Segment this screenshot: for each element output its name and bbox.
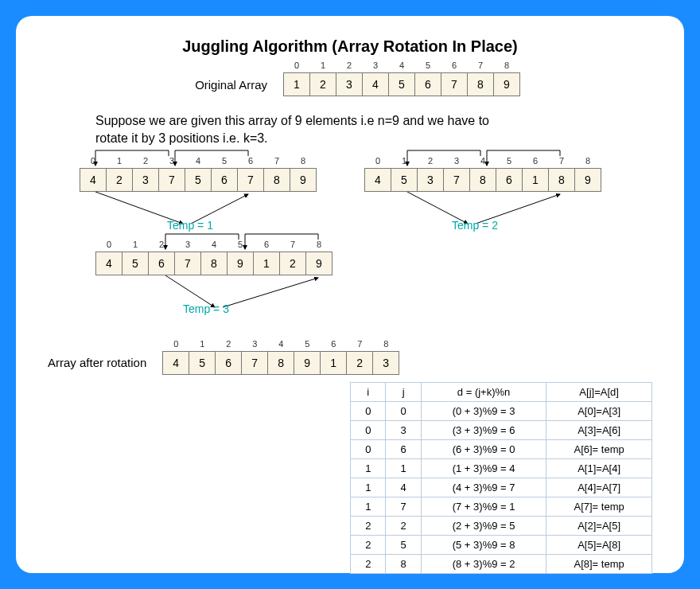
table-cell: 3 [386,421,421,440]
array-index: 2 [336,60,362,70]
table-cell: (1 + 3)%9 = 4 [421,459,546,478]
table-cell: A[0]=A[3] [546,402,652,421]
array-index: 6 [321,339,346,349]
table-row: 00(0 + 3)%9 = 3A[0]=A[3] [351,402,652,421]
array-cell: 32 [336,72,363,96]
array-index: 1 [310,60,336,70]
array-cell: 98 [574,168,601,192]
array-index: 2 [216,339,241,349]
table-row: 03(3 + 3)%9 = 6A[3]=A[6] [351,421,652,440]
array-index: 7 [347,339,372,349]
table-cell: (6 + 3)%9 = 0 [421,440,546,459]
array-cell: 73 [174,252,201,275]
table-row: 28(8 + 3)%9 = 2A[8]= temp [351,555,652,574]
array-cell: 16 [253,252,280,275]
array-index: 2 [418,156,443,166]
array-cell: 65 [211,168,238,192]
table-cell: A[7]= temp [546,497,652,517]
table-cell: 2 [351,517,386,536]
table-cell: (8 + 3)%9 = 2 [421,555,546,574]
table-cell: 0 [351,421,386,440]
table-cell: 8 [386,555,421,574]
table-cell: (4 + 3)%9 = 7 [421,478,546,497]
array-index: 8 [306,240,332,249]
array-index: 6 [254,240,279,249]
table-cell: A[5]=A[8] [546,536,652,555]
array-cell: 27 [279,252,306,275]
table-cell: 1 [386,459,421,478]
array-index: 4 [185,156,211,166]
array-index: 6 [238,156,263,166]
table-cell: 1 [351,497,386,517]
step-diagrams-row2: 405162738495162798 Temp = 3 Array after … [48,252,652,375]
array-cell: 62 [148,252,175,275]
array-index: 8 [575,156,601,166]
array-index: 2 [133,156,158,166]
table-cell: 4 [386,478,421,497]
table-cell: A[4]=A[7] [546,478,652,497]
array-index: 7 [264,156,290,166]
array-cell: 73 [158,168,185,192]
array-index: 4 [201,240,227,249]
array-index: 0 [163,339,189,349]
array-cell: 62 [215,351,242,375]
table-header-cell: j [386,383,421,402]
table-cell: 0 [351,440,386,459]
table-cell: A[2]=A[5] [546,517,652,536]
array-cell: 87 [548,168,575,192]
table-cell: (2 + 3)%9 = 5 [421,517,546,536]
description: Suppose we are given this array of 9 ele… [95,112,493,148]
table-row: 17(7 + 3)%9 = 1A[7]= temp [351,497,652,517]
table-cell: 6 [386,440,421,459]
array-index: 1 [107,156,132,166]
table-cell: (3 + 3)%9 = 6 [421,421,546,440]
array-cell: 65 [414,72,441,96]
temp-label-2: Temp = 2 [452,219,498,232]
array-index: 7 [468,60,493,70]
title: Juggling Algorithm (Array Rotation In Pl… [48,36,652,57]
table-header-cell: A[j]=A[d] [546,383,652,402]
array-cell: 87 [263,168,290,192]
table-cell: 2 [351,555,386,574]
array-cell: 84 [469,168,496,192]
array-index: 7 [549,156,574,166]
array-cell: 38 [372,351,399,375]
content-card: Juggling Algorithm (Array Rotation In Pl… [16,16,684,573]
array-index: 5 [415,60,441,70]
array-final: 405162738495162738 [162,351,399,375]
diagram-step1: 402132735465768798 Temp = 1 [80,168,317,236]
array-index: 1 [189,339,215,349]
table-cell: A[8]= temp [546,555,652,574]
array-cell: 10 [283,72,310,96]
table-row: 22(2 + 3)%9 = 5A[2]=A[5] [351,517,652,536]
array-cell: 27 [346,351,373,375]
array-cell: 84 [267,351,294,375]
array-index: 1 [122,240,148,249]
array-index: 1 [391,156,417,166]
table-header-row: ijd = (j+k)%nA[j]=A[d] [351,383,652,402]
array-cell: 40 [162,351,189,375]
table-header-cell: i [351,383,386,402]
array-cell: 16 [522,168,549,192]
original-label: Original Array [180,78,267,92]
array-index: 3 [363,60,388,70]
table-cell: 5 [386,536,421,555]
diagram-step3: 405162738495162798 Temp = 3 [95,252,399,319]
array-cell: 54 [185,168,212,192]
array-cell: 21 [309,72,336,96]
table-row: 14(4 + 3)%9 = 7A[4]=A[7] [351,478,652,497]
table-row: 25(5 + 3)%9 = 8A[5]=A[8] [351,536,652,555]
array-index: 2 [149,240,174,249]
table-body: 00(0 + 3)%9 = 3A[0]=A[3]03(3 + 3)%9 = 6A… [351,402,652,574]
array-cell: 87 [467,72,494,96]
final-row: Array after rotation 405162738495162738 [48,351,399,375]
array-cell: 40 [364,168,391,192]
array-cell: 98 [493,72,520,96]
array-cell: 32 [417,168,444,192]
table-row: 06(6 + 3)%9 = 0A[6]= temp [351,440,652,459]
array-index: 3 [242,339,267,349]
array-index: 0 [96,240,122,249]
array-index: 7 [280,240,305,249]
table-header-cell: d = (j+k)%n [421,383,546,402]
array-index: 4 [470,156,496,166]
